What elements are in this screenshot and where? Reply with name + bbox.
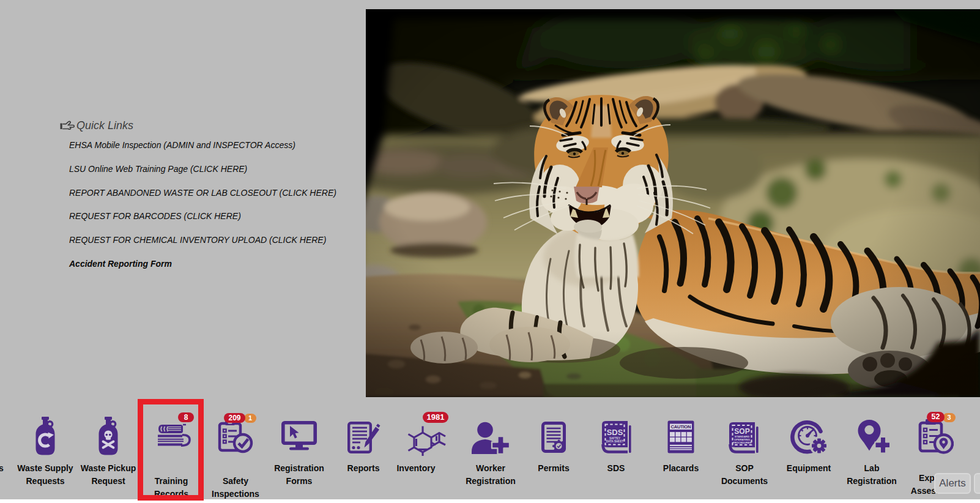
svg-text:SAFTEY: SAFTEY <box>609 437 620 440</box>
svg-text:SOP: SOP <box>734 427 749 436</box>
svg-text:PROCEDURES: PROCEDURES <box>733 441 752 444</box>
svg-text:SDS: SDS <box>607 428 623 437</box>
svg-text:CAUTION: CAUTION <box>671 424 691 430</box>
svg-text:DATA SHEET: DATA SHEET <box>606 440 624 443</box>
